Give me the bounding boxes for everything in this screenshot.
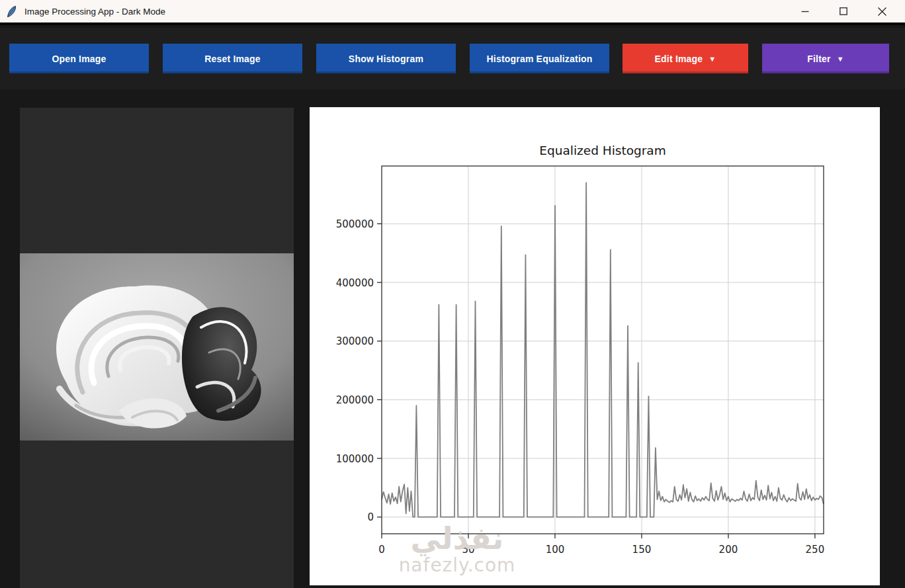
minimize-icon — [800, 7, 810, 16]
maximize-icon — [839, 7, 848, 16]
chevron-down-icon: ▼ — [709, 55, 716, 63]
open-image-button[interactable]: Open Image — [9, 44, 149, 73]
window-controls — [786, 0, 901, 22]
svg-text:200000: 200000 — [336, 394, 374, 406]
svg-text:200: 200 — [719, 544, 738, 556]
svg-text:250: 250 — [806, 544, 825, 556]
button-label: Filter — [807, 54, 830, 64]
figure-panel: 0501001502002500100000200000300000400000… — [310, 107, 880, 585]
button-label: Edit Image — [655, 54, 703, 64]
show-histogram-button[interactable]: Show Histogram — [316, 44, 456, 73]
chevron-down-icon: ▼ — [837, 55, 844, 63]
svg-text:100000: 100000 — [336, 453, 374, 465]
svg-text:500000: 500000 — [336, 218, 374, 230]
filter-dropdown-button[interactable]: Filter ▼ — [762, 44, 889, 73]
close-icon — [877, 7, 887, 17]
svg-text:0: 0 — [367, 511, 374, 523]
maximize-button[interactable] — [824, 0, 863, 22]
svg-text:300000: 300000 — [336, 335, 374, 347]
svg-text:50: 50 — [462, 544, 474, 556]
reset-image-button[interactable]: Reset Image — [163, 44, 302, 73]
app-window: Image Processing App - Dark Mode — [0, 0, 905, 588]
histogram-equalization-button[interactable]: Histogram Equalization — [470, 44, 609, 73]
button-label: Show Histogram — [349, 54, 423, 64]
button-label: Reset Image — [204, 54, 261, 64]
svg-text:100: 100 — [546, 544, 565, 556]
python-feather-icon — [6, 5, 17, 18]
image-panel — [20, 108, 294, 588]
titlebar: Image Processing App - Dark Mode — [0, 0, 905, 25]
preview-image — [20, 253, 294, 441]
svg-text:400000: 400000 — [336, 277, 374, 289]
toolbar: Open Image Reset Image Show Histogram Hi… — [0, 28, 905, 89]
close-button[interactable] — [863, 0, 901, 22]
svg-text:Equalized Histogram: Equalized Histogram — [539, 144, 666, 157]
button-label: Open Image — [52, 54, 106, 64]
svg-text:0: 0 — [378, 544, 385, 556]
svg-text:150: 150 — [632, 544, 652, 556]
minimize-button[interactable] — [786, 0, 824, 22]
histogram-chart: 0501001502002500100000200000300000400000… — [310, 107, 880, 585]
window-title: Image Processing App - Dark Mode — [24, 7, 165, 17]
edit-image-dropdown-button[interactable]: Edit Image ▼ — [623, 44, 748, 73]
button-label: Histogram Equalization — [487, 54, 593, 64]
